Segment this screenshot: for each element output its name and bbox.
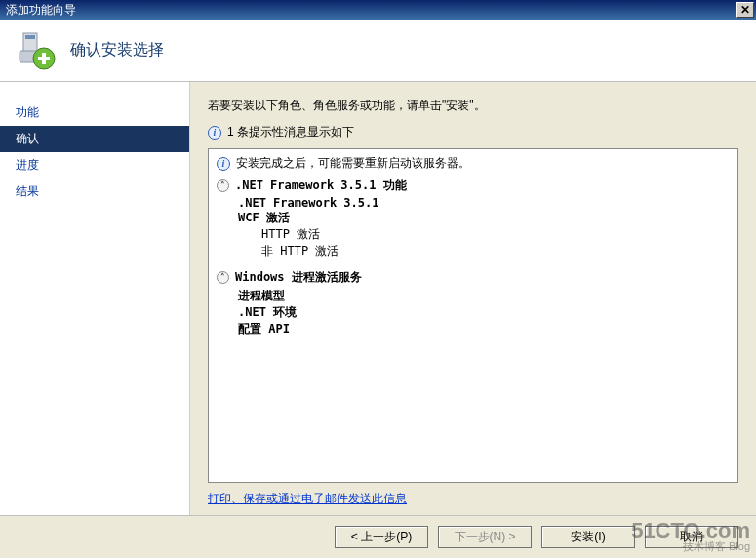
feature-item: .NET 环境 (238, 304, 730, 321)
cancel-button[interactable]: 取消 (645, 526, 738, 548)
next-button: 下一步(N) > (438, 526, 532, 548)
svg-rect-5 (38, 57, 50, 60)
sidebar-item-label: 确认 (16, 132, 39, 145)
page-title: 确认安装选择 (70, 40, 164, 60)
wizard-header: 确认安装选择 (0, 20, 756, 82)
section-head-netfx[interactable]: ˄ .NET Framework 3.5.1 功能 (217, 178, 730, 194)
sidebar-item-label: 功能 (16, 105, 39, 119)
title-bar: 添加功能向导 ✕ (0, 0, 756, 20)
feature-item: HTTP 激活 (261, 226, 730, 243)
section-title: .NET Framework 3.5.1 功能 (235, 178, 407, 194)
details-box: i 安装完成之后，可能需要重新启动该服务器。 ˄ .NET Framework … (208, 148, 738, 483)
sidebar-item-confirm[interactable]: 确认 (0, 126, 189, 152)
close-button[interactable]: ✕ (736, 2, 754, 18)
sidebar-item-label: 结果 (16, 184, 39, 198)
feature-item: 配置 API (238, 321, 730, 338)
content-pane: 若要安装以下角色、角色服务或功能，请单击"安装"。 i 1 条提示性消息显示如下… (190, 82, 756, 515)
feature-item: 进程模型 (238, 288, 730, 304)
restart-warning: i 安装完成之后，可能需要重新启动该服务器。 (217, 155, 730, 172)
collapse-icon: ˄ (217, 271, 229, 284)
info-icon: i (208, 126, 221, 140)
feature-item: WCF 激活 (238, 210, 730, 226)
section-title: Windows 进程激活服务 (235, 269, 362, 286)
svg-rect-1 (25, 35, 35, 39)
prev-button[interactable]: < 上一步(P) (335, 526, 428, 548)
sidebar-item-label: 进度 (16, 158, 39, 172)
window-title: 添加功能向导 (6, 2, 76, 19)
link-text: 打印、保存或通过电子邮件发送此信息 (208, 492, 407, 505)
sidebar-item-features[interactable]: 功能 (0, 100, 189, 126)
wizard-icon (14, 29, 57, 72)
wizard-footer: < 上一步(P) 下一步(N) > 安装(I) 取消 (0, 515, 756, 558)
collapse-icon: ˄ (217, 179, 229, 192)
instruction-text: 若要安装以下角色、角色服务或功能，请单击"安装"。 (208, 98, 738, 114)
restart-warning-text: 安装完成之后，可能需要重新启动该服务器。 (236, 155, 470, 172)
section-head-was[interactable]: ˄ Windows 进程激活服务 (217, 269, 730, 286)
info-count-text: 1 条提示性消息显示如下 (227, 124, 354, 140)
wizard-body: 功能 确认 进度 结果 若要安装以下角色、角色服务或功能，请单击"安装"。 i … (0, 82, 756, 515)
feature-item: .NET Framework 3.5.1 (238, 196, 730, 210)
sidebar-item-results[interactable]: 结果 (0, 179, 189, 205)
sidebar-item-progress[interactable]: 进度 (0, 152, 189, 179)
feature-item: 非 HTTP 激活 (261, 243, 730, 259)
info-icon: i (217, 157, 230, 171)
info-line: i 1 条提示性消息显示如下 (208, 124, 738, 140)
sidebar: 功能 确认 进度 结果 (0, 82, 190, 515)
print-save-email-link[interactable]: 打印、保存或通过电子邮件发送此信息 (208, 491, 738, 507)
install-button[interactable]: 安装(I) (541, 526, 635, 548)
